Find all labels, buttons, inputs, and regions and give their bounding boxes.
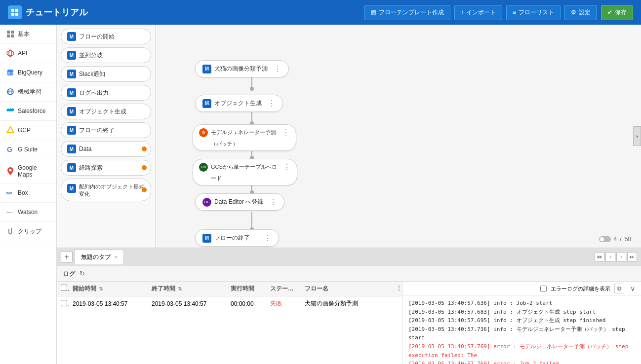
api-icon <box>6 49 15 58</box>
palette-node-flow-start[interactable]: M フローの開始 <box>61 29 151 44</box>
counter: 4 / 50 <box>599 236 631 243</box>
sidebar-item-api[interactable]: API <box>0 44 56 63</box>
palette-node-flow-end[interactable]: M フローの終了 <box>61 122 151 138</box>
box-icon: box <box>6 188 15 197</box>
app-title: チュートリアル <box>26 6 88 18</box>
log-line-2: [2019-03-05 13:40:57.683] info : オブジェクト生… <box>408 308 635 317</box>
log-table-row[interactable]: 2019-03-05 13:40:57 2019-03-05 13:40:57 … <box>57 296 402 311</box>
sidebar-item-gcp[interactable]: GCP <box>0 121 56 140</box>
error-log-checkbox[interactable] <box>540 286 547 292</box>
palette-node-flow-start-label: フローの開始 <box>79 33 115 41</box>
flow-node-5[interactable]: DE Data Editor へ登録 ⋮ <box>195 193 284 211</box>
array-badge <box>142 187 147 192</box>
palette-node-routing[interactable]: M 経路探索 <box>61 160 151 176</box>
palette: M フローの開始 M 並列分岐 M Slack通知 M ログへ出力 M オブ <box>57 25 156 248</box>
node6-label: フローの終了 <box>214 234 250 242</box>
palette-node-parallel[interactable]: M 並列分岐 <box>61 47 151 63</box>
app-logo: チュートリアル <box>8 5 88 19</box>
sidebar-item-googlemaps[interactable]: Google Maps <box>0 159 56 183</box>
import-button[interactable]: ↑ インポート <box>454 5 502 20</box>
mule-icon: M <box>67 107 76 116</box>
palette-node-array-obj[interactable]: M 配列内のオブジェクト形式変化 <box>61 179 151 201</box>
palette-node-routing-label: 経路探索 <box>79 164 103 172</box>
svg-rect-0 <box>11 9 14 12</box>
tab-nav-first[interactable]: ⏮ <box>595 252 604 262</box>
flow-list-button[interactable]: ≡ フローリスト <box>506 5 561 20</box>
svg-text:G: G <box>7 146 12 153</box>
node2-menu[interactable]: ⋮ <box>265 99 276 108</box>
tab-0[interactable]: 無題のタブ × <box>75 250 124 264</box>
row-status: 失敗 <box>266 296 301 311</box>
flow-node-2[interactable]: M オブジェクト生成 ⋮ <box>195 95 283 112</box>
palette-node-array-obj-label: 配列内のオブジェクト形式変化 <box>79 183 145 198</box>
svg-text:BQ: BQ <box>8 71 14 75</box>
collapse-button[interactable]: › <box>633 126 641 146</box>
svg-rect-6 <box>7 35 10 37</box>
row-checkbox[interactable] <box>57 297 69 311</box>
log-details[interactable]: [2019-03-05 13:40:57.636] info : Job-2 s… <box>402 296 641 364</box>
palette-node-object-gen-label: オブジェクト生成 <box>79 108 126 116</box>
log-col-runtime: 実行時間 <box>227 282 266 296</box>
log-line-4: [2019-03-05 13:40:57.736] info : モデルジェネレ… <box>408 325 635 342</box>
tab-add-button[interactable]: + <box>61 251 73 263</box>
row-end-time: 2019-03-05 13:40:57 <box>148 297 227 310</box>
log-col-start[interactable]: 開始時間 ⇅ <box>69 282 148 296</box>
flow-canvas[interactable]: M 犬猫の画像分類予測 ⋮ M オブジェクト生成 ⋮ ⚙ モデルジェネレーター予… <box>156 25 641 248</box>
palette-node-log[interactable]: M ログへ出力 <box>61 85 151 101</box>
gear-icon: ⚙ <box>571 9 576 16</box>
palette-node-data-label: Data <box>79 146 91 152</box>
palette-node-slack[interactable]: M Slack通知 <box>61 66 151 82</box>
list-icon: ≡ <box>513 9 516 16</box>
flow-node-1[interactable]: M 犬猫の画像分類予測 ⋮ <box>195 60 289 77</box>
main-layout: 基本 API BQ BigQuery 機械学習 Salesforce <box>0 25 641 364</box>
tab-bar: + 無題のタブ × ⏮ ‹ › ⏭ <box>57 248 641 265</box>
node1-icon: M <box>202 65 211 73</box>
node4-label-line2: ード <box>199 175 222 182</box>
canvas-area: M フローの開始 M 並列分岐 M Slack通知 M ログへ出力 M オブ <box>57 25 641 248</box>
tab-nav-prev[interactable]: ‹ <box>605 252 615 262</box>
node1-menu[interactable]: ⋮ <box>271 64 281 73</box>
sidebar-item-box[interactable]: box Box <box>0 183 56 203</box>
row-run-time: 00:00:00 <box>227 297 266 310</box>
log-filter-icon[interactable]: ⋮ <box>392 282 402 296</box>
node4-menu[interactable]: ⋮ <box>280 162 291 172</box>
log-line-5: [2019-03-05 13:40:57.769] error : モデルジェネ… <box>408 342 635 360</box>
svg-text:Watson: Watson <box>6 211 13 214</box>
node2-icon: M <box>202 99 211 108</box>
flow-node-4[interactable]: DB GCSから単一テーブルへロ ⋮ ード <box>193 159 297 185</box>
toggle-icon <box>599 236 611 242</box>
flow-node-3[interactable]: ⚙ モデルジェネレーター予測 ⋮ （バッチ） <box>193 124 296 151</box>
node6-menu[interactable]: ⋮ <box>261 233 272 243</box>
sidebar-item-box-label: Box <box>18 189 28 196</box>
log-col-status[interactable]: ステータス ⇅ <box>266 282 301 296</box>
sidebar-item-basic[interactable]: 基本 <box>0 25 56 44</box>
log-select-all[interactable] <box>61 285 67 291</box>
save-button[interactable]: ✔ 保存 <box>601 5 633 20</box>
flow-node-6[interactable]: M フローの終了 ⋮ <box>195 229 279 247</box>
tab-close-icon[interactable]: × <box>115 254 118 260</box>
node3-menu[interactable]: ⋮ <box>279 128 290 137</box>
flow-template-button[interactable]: ▦ フローテンプレート作成 <box>364 5 450 20</box>
tab-nav-last[interactable]: ⏭ <box>627 252 637 262</box>
sidebar-item-gsuite[interactable]: G G Suite <box>0 140 56 159</box>
sidebar-item-bigquery[interactable]: BQ BigQuery <box>0 63 56 82</box>
node5-menu[interactable]: ⋮ <box>266 197 277 207</box>
sidebar-item-watson[interactable]: Watson Watson <box>0 203 56 222</box>
log-title: ログ <box>63 269 76 278</box>
log-collapse-button[interactable]: ∨ <box>628 284 637 293</box>
sidebar-item-ml[interactable]: 機械学習 <box>0 82 56 102</box>
watson-icon: Watson <box>6 208 15 217</box>
grid-icon <box>6 30 15 38</box>
tab-nav-next[interactable]: › <box>616 252 626 262</box>
sidebar-item-clip[interactable]: クリップ <box>0 222 56 241</box>
palette-node-object-gen[interactable]: M オブジェクト生成 <box>61 104 151 119</box>
node5-label: Data Editor へ登録 <box>214 198 263 206</box>
log-col-end[interactable]: 終了時間 ⇅ <box>148 282 227 296</box>
mule-icon: M <box>67 184 76 193</box>
svg-point-26 <box>250 87 254 91</box>
copy-log-button[interactable]: ⧉ <box>614 284 624 293</box>
settings-button[interactable]: ⚙ 設定 <box>564 5 597 20</box>
log-refresh-icon[interactable]: ↻ <box>80 270 85 277</box>
sidebar-item-salesforce[interactable]: Salesforce <box>0 102 56 121</box>
palette-node-data[interactable]: M Data <box>61 141 151 157</box>
